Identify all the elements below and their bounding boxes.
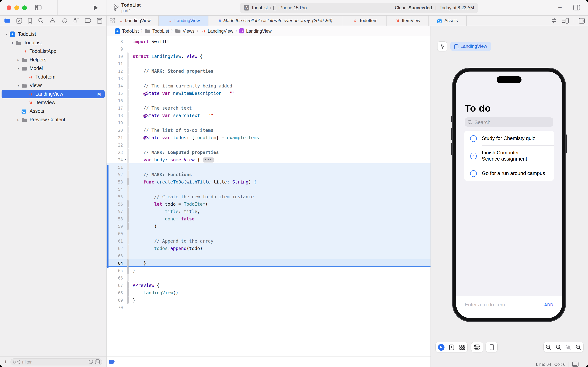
source-control-status-filter-icon[interactable] xyxy=(95,359,100,364)
code-line-15[interactable]: 15 @State var newItemDescription = "" xyxy=(107,89,430,97)
preview-target-chip[interactable]: LandingView xyxy=(450,42,491,51)
zoom-actual-size-icon[interactable] xyxy=(556,344,562,350)
line-number[interactable]: 10 xyxy=(107,54,125,58)
sidebar-item-todolist[interactable]: ▾ATodoList xyxy=(1,30,105,39)
code-line-53[interactable]: 53 func createToDo(withTitle title: Stri… xyxy=(107,178,430,185)
todo-item[interactable]: Study for Chemisty quiz xyxy=(464,131,554,145)
line-number[interactable]: 17 xyxy=(107,106,125,110)
line-number[interactable]: 70 xyxy=(107,305,125,310)
code-line-23[interactable]: 23 // MARK: Computed properties xyxy=(107,149,430,156)
line-number[interactable]: 8 xyxy=(107,39,125,44)
code-line-13[interactable]: 13 xyxy=(107,75,430,82)
pin-preview-button[interactable] xyxy=(437,42,447,51)
run-destination[interactable]: A TodoList 〉 iPhone 15 Pro xyxy=(244,5,307,10)
code-line-65[interactable]: 65} xyxy=(107,267,430,274)
sidebar-item-itemview[interactable]: ItemView xyxy=(1,98,105,107)
code-line-16[interactable]: 16 xyxy=(107,97,430,104)
breadcrumb-item-views[interactable]: Views xyxy=(175,28,194,33)
code-line-24[interactable]: 24 var body: some View { ••• }▸ xyxy=(107,156,430,163)
fold-chevron-icon[interactable]: ▸ xyxy=(125,157,126,161)
unchecked-circle-icon[interactable] xyxy=(470,170,477,177)
sidebar-item-views[interactable]: ▾Views xyxy=(1,81,105,90)
code-line-11[interactable]: 11 xyxy=(107,60,430,67)
activity-status-bar[interactable]: A TodoList 〉 iPhone 15 Pro Clean Succeed… xyxy=(240,3,478,13)
code-line-67[interactable]: 67#Preview { xyxy=(107,282,430,289)
add-file-button[interactable]: + xyxy=(4,359,7,365)
find-navigator-icon[interactable] xyxy=(38,18,44,24)
sidebar-item-model[interactable]: ▾Model xyxy=(1,64,105,73)
code-line-64[interactable]: 64 } xyxy=(107,259,430,267)
sidebar-item-preview-content[interactable]: ▸Preview Content xyxy=(1,116,105,124)
code-line-70[interactable]: 70 xyxy=(107,304,430,311)
code-line-10[interactable]: 10struct LandingView: View { xyxy=(107,52,430,60)
add-tab-button[interactable]: + xyxy=(558,4,562,12)
adjust-editor-options-icon[interactable] xyxy=(551,18,557,23)
code-line-21[interactable]: 21 @State var todos: [TodoItem] = exampl… xyxy=(107,134,430,141)
code-line-8[interactable]: 8import SwiftUI xyxy=(107,38,430,45)
code-line-55[interactable]: 55 // Create the new to-do item instance xyxy=(107,193,430,200)
code-fold-ellipsis-icon[interactable]: ••• xyxy=(203,157,214,162)
line-number[interactable]: 13 xyxy=(107,76,125,81)
code-line-22[interactable]: 22 xyxy=(107,141,430,149)
line-number[interactable]: 55 xyxy=(107,194,125,199)
tab-itemview[interactable]: ItemView xyxy=(386,16,428,26)
recent-files-clock-icon[interactable] xyxy=(88,359,93,364)
new-todo-placeholder[interactable]: Enter a to-do item xyxy=(465,302,505,308)
add-editor-icon[interactable] xyxy=(579,18,585,24)
line-number[interactable]: 60 xyxy=(107,231,125,236)
add-todo-button[interactable]: ADD xyxy=(544,302,553,307)
breadcrumb-item-landingview[interactable]: SLandingView xyxy=(239,28,272,33)
breakpoint-marker[interactable] xyxy=(109,360,115,364)
line-number[interactable]: 12 xyxy=(107,69,125,73)
search-input[interactable]: Search xyxy=(465,117,553,127)
line-number[interactable]: 68 xyxy=(107,290,125,295)
zoom-in-icon[interactable] xyxy=(576,344,581,350)
line-number[interactable]: 22 xyxy=(107,142,125,147)
todo-item[interactable]: Go for a run around campus xyxy=(464,167,554,180)
toggle-inspector-icon[interactable] xyxy=(573,5,580,10)
issue-navigator-icon[interactable] xyxy=(49,18,56,23)
line-number[interactable]: 57 xyxy=(107,209,125,214)
code-line-59[interactable]: 59 ) xyxy=(107,222,430,230)
minimize-window-button[interactable] xyxy=(14,5,19,10)
tab-todoitem[interactable]: TodoItem xyxy=(343,16,386,26)
line-number[interactable]: 64 xyxy=(107,261,125,265)
source-editor[interactable]: 8import SwiftUI910struct LandingView: Vi… xyxy=(107,36,430,356)
source-control-navigator-icon[interactable] xyxy=(16,18,22,24)
code-line-19[interactable]: 19 xyxy=(107,119,430,126)
color-scheme-variants-button[interactable] xyxy=(471,342,483,352)
line-number[interactable]: 61 xyxy=(107,239,125,243)
line-number[interactable]: 14 xyxy=(107,83,125,88)
line-number[interactable]: 66 xyxy=(107,275,125,280)
line-number[interactable]: 69 xyxy=(107,298,125,302)
code-line-51[interactable]: 51 xyxy=(107,163,430,171)
disclosure-open-icon[interactable]: ▾ xyxy=(4,33,9,36)
sidebar-item-todolistapp[interactable]: TodoListApp xyxy=(1,47,105,56)
code-line-20[interactable]: 20 // The list of to-do items xyxy=(107,126,430,134)
line-number[interactable]: 65 xyxy=(107,268,125,273)
bookmark-navigator-icon[interactable] xyxy=(28,18,32,24)
line-number[interactable]: 15 xyxy=(107,91,125,95)
breakpoint-navigator-icon[interactable] xyxy=(84,18,91,23)
sidebar-item-todolist[interactable]: ▾TodoList xyxy=(1,39,105,47)
code-line-68[interactable]: 68 LandingView() xyxy=(107,289,430,296)
line-number[interactable]: 52 xyxy=(107,172,125,177)
code-line-14[interactable]: 14 // The item currently being added xyxy=(107,82,430,89)
tab-landingview[interactable]: LandingView xyxy=(110,16,159,26)
line-number[interactable]: 51 xyxy=(107,165,125,169)
code-line-9[interactable]: 9 xyxy=(107,45,430,52)
code-line-69[interactable]: 69} xyxy=(107,296,430,304)
line-number[interactable]: 58 xyxy=(107,216,125,221)
tab-made-the-scrollable-list-ite[interactable]: #Made the scrollable list iterate over a… xyxy=(209,16,343,26)
tab-landingview[interactable]: LandingView xyxy=(159,16,209,26)
line-number[interactable]: 62 xyxy=(107,246,125,250)
project-navigator-icon[interactable] xyxy=(4,18,10,23)
disclosure-open-icon[interactable]: ▾ xyxy=(16,84,21,87)
line-number[interactable]: 23 xyxy=(107,150,125,155)
code-line-12[interactable]: 12 // MARK: Stored properties xyxy=(107,67,430,75)
tab-assets[interactable]: Assets xyxy=(428,16,467,26)
line-number[interactable]: 59 xyxy=(107,224,125,228)
line-number[interactable]: 21 xyxy=(107,135,125,140)
live-preview-button[interactable] xyxy=(438,344,445,350)
code-line-60[interactable]: 60 xyxy=(107,230,430,237)
